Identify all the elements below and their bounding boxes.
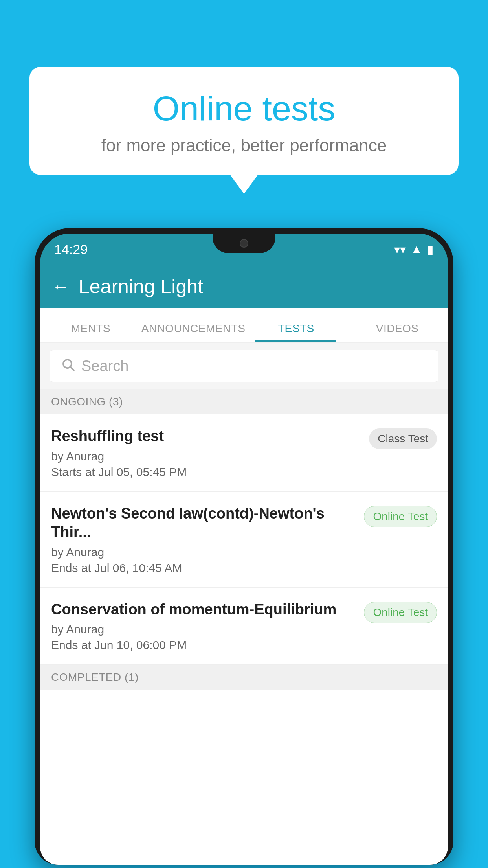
test-info-2: Newton's Second law(contd)-Newton's Thir… — [51, 504, 364, 575]
test-item-2[interactable]: Newton's Second law(contd)-Newton's Thir… — [40, 492, 448, 588]
phone-frame: 14:29 ▾▾ ▲ ▮ ← Learning Light MENTS — [35, 228, 453, 865]
camera — [240, 239, 248, 248]
bubble-title: Online tests — [53, 88, 435, 129]
search-icon — [61, 357, 75, 375]
wifi-icon: ▾▾ — [394, 243, 406, 256]
test-info-1: Reshuffling test by Anurag Starts at Jul… — [51, 427, 369, 479]
phone-notch — [213, 234, 275, 253]
tabs-bar: MENTS ANNOUNCEMENTS TESTS VIDEOS — [40, 308, 448, 343]
test-list: Reshuffling test by Anurag Starts at Jul… — [40, 414, 448, 665]
signal-icon: ▲ — [411, 243, 422, 256]
test-info-3: Conservation of momentum-Equilibrium by … — [51, 600, 364, 652]
phone-screen: ← Learning Light MENTS ANNOUNCEMENTS TES… — [40, 265, 448, 865]
test-item-3[interactable]: Conservation of momentum-Equilibrium by … — [40, 588, 448, 665]
test-badge-3: Online Test — [364, 602, 437, 623]
test-time-1: Starts at Jul 05, 05:45 PM — [51, 465, 361, 479]
tab-tests[interactable]: TESTS — [245, 322, 347, 342]
tab-ments[interactable]: MENTS — [40, 322, 141, 342]
back-button[interactable]: ← — [52, 277, 69, 296]
phone-wrapper: 14:29 ▾▾ ▲ ▮ ← Learning Light MENTS — [35, 228, 453, 868]
test-time-2: Ends at Jul 06, 10:45 AM — [51, 561, 356, 575]
test-author-3: by Anurag — [51, 623, 356, 636]
ongoing-section-header: ONGOING (3) — [40, 389, 448, 414]
bubble-subtitle: for more practice, better performance — [53, 136, 435, 155]
tab-announcements[interactable]: ANNOUNCEMENTS — [141, 322, 246, 342]
status-bar: 14:29 ▾▾ ▲ ▮ — [40, 234, 448, 265]
test-name-3: Conservation of momentum-Equilibrium — [51, 600, 356, 619]
test-name-2: Newton's Second law(contd)-Newton's Thir… — [51, 504, 356, 542]
test-name-1: Reshuffling test — [51, 427, 361, 446]
search-placeholder: Search — [81, 358, 128, 375]
svg-line-1 — [71, 367, 74, 370]
test-author-1: by Anurag — [51, 450, 361, 463]
test-badge-2: Online Test — [364, 506, 437, 527]
test-author-2: by Anurag — [51, 546, 356, 559]
status-icons: ▾▾ ▲ ▮ — [394, 243, 434, 256]
test-badge-1: Class Test — [369, 428, 437, 449]
completed-section-header: COMPLETED (1) — [40, 665, 448, 690]
test-item-1[interactable]: Reshuffling test by Anurag Starts at Jul… — [40, 414, 448, 492]
battery-icon: ▮ — [427, 243, 434, 256]
speech-bubble: Online tests for more practice, better p… — [29, 67, 459, 175]
app-title: Learning Light — [79, 275, 203, 298]
test-time-3: Ends at Jun 10, 06:00 PM — [51, 638, 356, 652]
tab-videos[interactable]: VIDEOS — [347, 322, 448, 342]
search-box[interactable]: Search — [50, 350, 438, 382]
time-display: 14:29 — [54, 242, 88, 257]
search-container: Search — [40, 343, 448, 389]
app-header: ← Learning Light — [40, 265, 448, 308]
